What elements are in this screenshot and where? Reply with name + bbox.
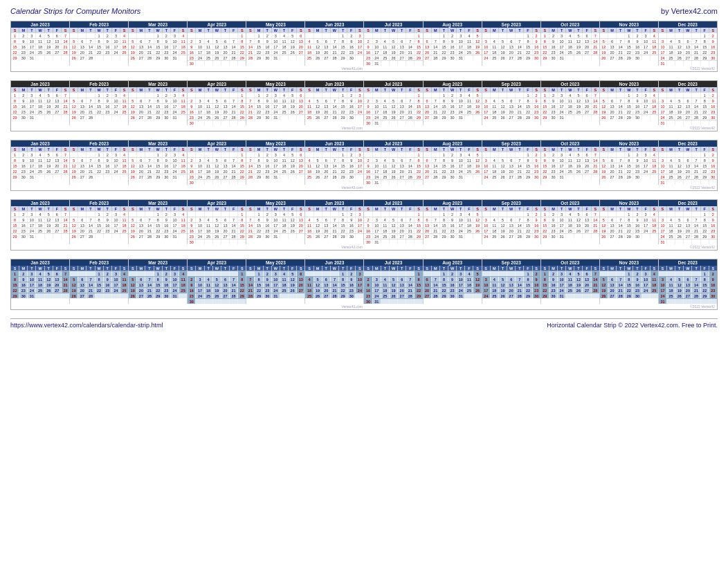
day-cell: 28 [62,50,69,55]
dow-cell: S [659,87,667,92]
day-cell [289,174,297,179]
month-header: Apr 2023 [188,260,246,266]
day-cell [78,152,87,157]
day-cell: 21 [516,228,524,233]
day-cell: 19 [129,288,137,293]
day-cell: 12 [574,217,583,222]
day-cell: 8 [440,217,448,222]
dow-cell: M [667,206,675,211]
day-cell: 24 [457,109,465,114]
day-cell: 15 [255,44,263,49]
day-cell: 19 [473,44,481,49]
day-cell: 27 [608,174,617,179]
day-cell: 11 [650,39,658,44]
day-cell: 3 [28,271,36,276]
day-cell: 5 [129,158,137,163]
day-cell: 13 [53,98,62,103]
month-header: Feb 2023 [70,260,128,266]
day-cell: 21 [406,288,415,293]
day-cell: 9 [163,277,171,282]
day-cell: 12 [129,163,137,168]
day-cell: 2 [188,39,196,44]
day-cell: 5 [314,158,322,163]
dow-cell: T [558,87,566,92]
day-cell: 2 [264,212,272,217]
day-cell: 16 [549,282,558,287]
day-cell: 27 [424,293,432,298]
day-cell: 16 [188,50,196,55]
day-cell: 19 [675,169,684,174]
day-cell: 13 [507,282,516,287]
day-cell [574,293,583,298]
day-cell: 31 [558,55,566,60]
day-cell [692,33,700,38]
dow-cell: S [70,147,78,152]
day-cell: 9 [709,39,717,44]
day-cell: 13 [608,282,617,287]
day-cell: 26 [574,228,583,233]
day-cell [381,239,390,244]
dow-cell: S [473,87,481,92]
day-cell: 14 [331,44,339,49]
day-cell: 7 [406,39,415,44]
month-block: Sep 2023SMTWTFS 123456789101112131415161… [482,81,541,125]
day-cell: 24 [28,228,36,233]
day-cell: 2 [709,152,717,157]
day-cell [238,120,246,125]
day-cell: 14 [62,277,69,282]
day-cell: 7 [230,277,238,282]
dow-cell: T [339,266,347,271]
day-cell: 21 [617,169,625,174]
day-cell: 28 [145,234,154,239]
day-cell [314,212,322,217]
day-cell [432,152,440,157]
day-cell: 31 [373,239,381,244]
day-cell: 18 [36,163,44,168]
day-cell: 5 [499,98,507,103]
day-cell: 18 [566,104,574,109]
day-cell: 15 [238,163,246,168]
day-cell [221,120,230,125]
dow-cell: T [440,87,448,92]
day-cell: 3 [642,152,650,157]
day-cell: 13 [137,104,145,109]
day-cell: 2 [163,33,171,38]
day-cell [356,234,363,239]
day-cell: 24 [642,109,650,114]
day-cell: 7 [432,158,440,163]
day-cell: 27 [424,174,432,179]
day-cell: 11 [491,44,499,49]
calendar-strip-5: Jan 2023SMTWTFS1234567891011121314151617… [10,259,718,310]
day-cell: 29 [440,234,448,239]
day-cell: 16 [347,223,356,228]
dow-cell: F [642,147,650,152]
day-cell [112,293,120,298]
page-brand: by Vertex42.com [661,7,718,15]
day-cell: 5 [45,33,53,38]
month-header: Dec 2023 [659,140,717,147]
dow-cell: F [53,28,62,33]
day-cell: 21 [230,50,238,55]
day-cell: 12 [213,44,221,49]
day-cell [675,33,684,38]
month-header: Feb 2023 [70,200,128,206]
month-header: Aug 2023 [424,140,482,147]
dow-cell: F [53,266,62,271]
day-cell: 19 [45,223,53,228]
day-cell: 21 [145,288,154,293]
day-cell: 6 [583,212,591,217]
day-cell: 26 [314,115,322,120]
dow-cell: F [289,147,297,152]
day-cell [465,55,473,60]
day-cell: 30 [709,115,717,120]
dow-cell: T [221,87,230,92]
day-cell: 27 [137,234,145,239]
dow-cell: W [390,87,398,92]
month-header: Mar 2023 [129,200,187,206]
dow-cell: T [457,266,465,271]
day-cell: 19 [129,228,137,233]
day-cell [145,152,154,157]
day-cell: 17 [196,169,204,174]
day-cell: 5 [473,93,481,98]
dow-cell: S [600,28,608,33]
